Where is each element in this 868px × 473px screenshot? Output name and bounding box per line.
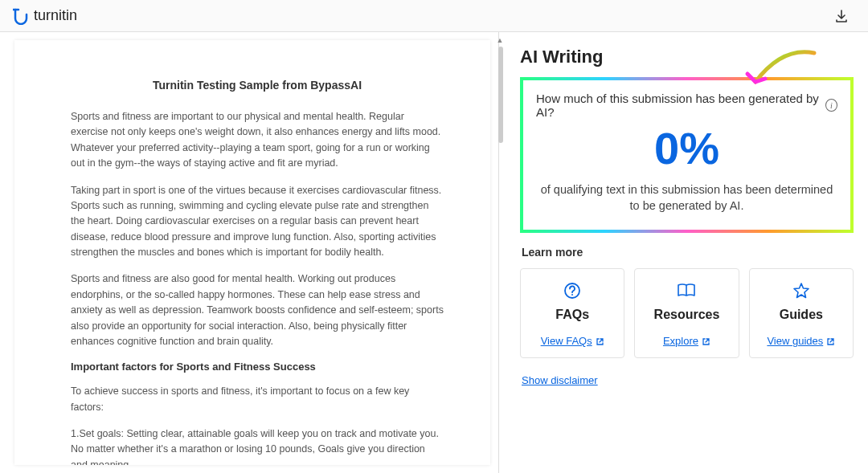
document-paragraph: Sports and fitness are important to our … xyxy=(71,109,444,172)
card-link-guides[interactable]: View guides xyxy=(767,335,835,347)
ai-question-text: How much of this submission has been gen… xyxy=(536,92,821,119)
card-title: Guides xyxy=(755,308,848,322)
book-open-icon xyxy=(640,280,733,301)
card-link-faqs[interactable]: View FAQs xyxy=(541,335,604,347)
external-link-icon xyxy=(596,336,604,345)
document-subheading: Important factors for Sports and Fitness… xyxy=(71,361,444,373)
external-link-icon xyxy=(826,336,835,345)
card-guides: Guides View guides xyxy=(749,268,854,358)
star-icon xyxy=(755,280,848,301)
download-icon[interactable] xyxy=(834,9,849,23)
card-link-label: View FAQs xyxy=(541,335,592,347)
ai-writing-panel: AI Writing How much of this submission h… xyxy=(499,32,868,473)
ai-question-row: How much of this submission has been gen… xyxy=(536,92,837,119)
card-title: FAQs xyxy=(526,308,619,322)
svg-point-1 xyxy=(571,294,573,296)
document-paragraph: Taking part in sport is one of the virtu… xyxy=(71,183,444,261)
card-link-label: Explore xyxy=(663,335,698,347)
document-paragraph: 1.Set goals: Setting clear, attainable g… xyxy=(71,426,444,465)
document-card[interactable]: Turnitin Testing Sample from BypassAI Sp… xyxy=(14,40,490,465)
brand-name: turnitin xyxy=(34,7,77,24)
card-link-label: View guides xyxy=(767,335,823,347)
document-title: Turnitin Testing Sample from BypassAI xyxy=(71,79,444,92)
main-area: Turnitin Testing Sample from BypassAI Sp… xyxy=(0,32,868,473)
card-faqs: FAQs View FAQs xyxy=(520,268,624,358)
info-icon[interactable]: i xyxy=(825,99,837,112)
show-disclaimer-link[interactable]: Show disclaimer xyxy=(522,374,598,386)
learn-more-label: Learn more xyxy=(522,246,854,259)
top-bar: turnitin xyxy=(0,0,868,32)
ai-percent: 0% xyxy=(536,124,837,173)
turnitin-logo-icon xyxy=(13,7,29,25)
card-link-resources[interactable]: Explore xyxy=(663,335,710,347)
ai-heading: AI Writing xyxy=(520,47,854,67)
ai-description: of qualifying text in this submission ha… xyxy=(536,181,837,214)
external-link-icon xyxy=(702,336,710,345)
card-resources: Resources Explore xyxy=(634,268,739,358)
brand: turnitin xyxy=(13,7,77,25)
card-title: Resources xyxy=(640,308,733,322)
document-paragraph: To achieve success in sports and fitness… xyxy=(71,384,444,415)
document-paragraph: Sports and fitness are also good for men… xyxy=(71,271,444,349)
document-pane: Turnitin Testing Sample from BypassAI Sp… xyxy=(0,32,498,473)
resource-cards-row: FAQs View FAQs Resources Explore xyxy=(520,268,854,358)
ai-score-box: How much of this submission has been gen… xyxy=(520,77,854,233)
question-circle-icon xyxy=(526,280,619,301)
